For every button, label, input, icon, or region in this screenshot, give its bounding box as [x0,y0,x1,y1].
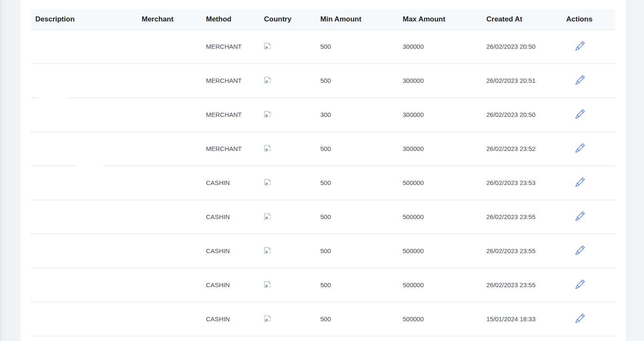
table-row: CASHIN 500 500000 26/02/2023 23:55 [31,200,615,234]
cell-description [31,63,137,98]
edit-button[interactable] [575,211,585,221]
table-row: MERCHANT 500 300000 26/02/2023 23:52 [31,132,615,166]
cell-merchant [137,132,202,166]
table-body: MERCHANT 500 300000 26/02/2023 20:50 [31,29,615,336]
broken-image-icon [264,77,272,84]
cell-description [31,268,137,302]
cell-country [260,268,316,302]
cell-created-at: 15/01/2024 18:33 [482,302,562,336]
cell-method: CASHIN [202,166,260,200]
cell-actions [562,302,615,336]
cell-method: MERCHANT [202,63,260,98]
cell-description [31,302,137,336]
broken-image-icon [264,315,272,322]
table-row: CASHIN 500 500000 26/02/2023 23:55 [31,268,615,302]
cell-created-at: 26/02/2023 20:50 [482,29,562,63]
table-row: MERCHANT 500 300000 26/02/2023 20:51 [31,63,615,98]
cell-actions [562,166,615,200]
table-row: CASHIN 500 500000 15/01/2024 18:33 [31,302,615,336]
pencil-icon [575,41,585,50]
cell-actions [562,268,615,302]
edit-button[interactable] [575,109,585,119]
cell-min-amount: 500 [316,302,399,336]
cell-method: CASHIN [202,234,260,268]
cell-country [260,166,316,200]
broken-image-icon [264,247,272,254]
column-header-merchant: Merchant [137,9,202,29]
cell-created-at: 26/02/2023 23:55 [482,200,562,234]
broken-image-icon [264,111,272,118]
pencil-icon [575,280,585,289]
cell-method: MERCHANT [202,98,260,132]
cell-min-amount: 500 [316,234,399,268]
cell-max-amount: 300000 [399,29,482,63]
cell-created-at: 26/02/2023 23:55 [482,234,562,268]
edit-button[interactable] [575,143,585,153]
cell-merchant [137,268,202,302]
edit-button[interactable] [575,41,585,50]
pencil-icon [575,143,585,153]
edit-button[interactable] [575,177,585,187]
cell-country [260,200,316,234]
cell-description [31,98,137,132]
pencil-icon [575,75,585,85]
column-header-description: Description [31,9,137,29]
column-header-created-at: Created At [482,9,562,29]
cell-merchant [137,166,202,200]
table-row: MERCHANT 500 300000 26/02/2023 20:50 [31,29,615,63]
cell-actions [562,200,615,234]
cell-created-at: 26/02/2023 20:51 [482,63,562,98]
pencil-icon [575,246,585,255]
cell-merchant [137,234,202,268]
cell-created-at: 26/02/2023 23:52 [482,132,562,166]
redaction-overlay [77,164,103,167]
cell-max-amount: 500000 [399,234,482,268]
cell-description [31,200,137,234]
cell-min-amount: 500 [316,268,399,302]
column-header-min-amount: Min Amount [316,9,399,29]
edit-button[interactable] [575,246,585,255]
cell-max-amount: 300000 [399,98,482,132]
cell-country [260,132,316,166]
cell-max-amount: 500000 [399,302,482,336]
cell-merchant [137,98,202,132]
cell-created-at: 26/02/2023 23:53 [482,166,562,200]
left-gutter [0,0,21,341]
cell-max-amount: 300000 [399,132,482,166]
cell-actions [562,63,615,98]
cell-country [260,98,316,132]
cell-method: MERCHANT [202,29,260,63]
table-row: CASHIN 500 500000 26/02/2023 23:53 [31,166,615,200]
cell-min-amount: 500 [316,63,399,98]
cell-created-at: 26/02/2023 20:50 [482,98,562,132]
cell-max-amount: 500000 [399,268,482,302]
cell-min-amount: 300 [316,98,399,132]
pencil-icon [575,211,585,221]
cell-description [31,234,137,268]
cell-method: CASHIN [202,268,260,302]
edit-button[interactable] [575,75,585,85]
cell-max-amount: 500000 [399,166,482,200]
edit-button[interactable] [575,280,585,289]
cell-merchant [137,200,202,234]
cell-max-amount: 300000 [399,63,482,98]
broken-image-icon [264,145,272,152]
page: Description Merchant Method Country Min … [0,0,644,341]
cell-country [260,29,316,63]
cell-merchant [137,63,202,98]
cell-actions [562,132,615,166]
cell-merchant [137,302,202,336]
table-row: MERCHANT 300 300000 26/02/2023 20:50 [31,98,615,132]
cell-description [31,166,137,200]
column-header-max-amount: Max Amount [399,9,482,29]
broken-image-icon [264,179,272,186]
edit-button[interactable] [575,314,585,323]
cell-min-amount: 500 [316,132,399,166]
table-row: CASHIN 500 500000 26/02/2023 23:55 [31,234,615,268]
cell-min-amount: 500 [316,166,399,200]
column-header-country: Country [260,9,316,29]
table-header-row: Description Merchant Method Country Min … [31,9,615,29]
pencil-icon [575,109,585,119]
broken-image-icon [264,42,272,50]
broken-image-icon [264,281,272,288]
